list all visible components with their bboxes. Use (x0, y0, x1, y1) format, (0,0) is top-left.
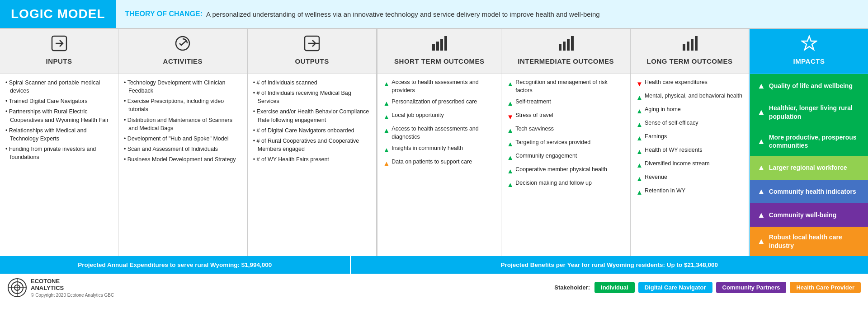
outcome-text: Data on patients to support care (392, 158, 472, 166)
outcome-text: Stress of travel (515, 112, 553, 120)
theory-label: THEORY OF CHANGE: (125, 10, 203, 18)
short-term-body: ▲ Access to health assessments and provi… (377, 74, 501, 256)
outcome-item: ▲ Mental, physical, and behavioral healt… (636, 92, 743, 102)
outcome-text: Insights in community health (392, 145, 463, 153)
arrow-up-icon: ▲ (636, 187, 643, 197)
outcome-text: Recognition and management of risk facto… (515, 79, 625, 94)
col-outputs: OUTPUTS # of Individuals scanned # of In… (248, 29, 377, 256)
inputs-title: INPUTS (46, 57, 72, 65)
logo-model: LOGIC MODEL (0, 0, 116, 28)
outcome-text: Tech savviness (515, 125, 554, 133)
outcome-text: Access to health assessments and provide… (392, 79, 495, 94)
outcome-text: Mental, physical, and behavioral health (645, 92, 742, 100)
outcome-text: Revenue (645, 173, 667, 182)
svg-rect-8 (440, 39, 443, 51)
activities-list: Technology Development with Clinician Fe… (124, 79, 242, 163)
arrow-up-icon: ▲ (757, 163, 765, 173)
svg-marker-18 (802, 36, 816, 50)
svg-rect-9 (444, 36, 447, 51)
footer-left: Projected Annual Expenditures to serve r… (0, 256, 351, 274)
outputs-list: # of Individuals scanned # of Individual… (253, 79, 371, 163)
arrow-up-icon: ▲ (507, 139, 514, 149)
activities-title: ACTIVITIES (163, 57, 203, 65)
outcome-item: ▲ Local job opportunity (383, 112, 495, 121)
arrow-up-icon: ▲ (507, 153, 514, 162)
outcome-item: ▲ Sense of self-efficacy (636, 119, 743, 129)
intermediate-header: INTERMEDIATE OUTCOMES (501, 29, 630, 74)
svg-rect-13 (571, 36, 574, 51)
long-term-title: LONG TERM OUTCOMES (647, 57, 733, 65)
impact-text: Robust local health care industry (769, 233, 861, 249)
long-term-body: ▼ Health care expenditures ▲ Mental, phy… (631, 74, 749, 256)
list-item: Funding from private investors and found… (5, 145, 113, 161)
arrow-up-icon: ▲ (636, 133, 643, 143)
outcome-text: Targeting of services provided (515, 139, 590, 147)
impacts-body: ▲ Quality of life and wellbeing ▲ Health… (750, 74, 868, 256)
arrow-up-icon: ▲ (757, 136, 765, 147)
activities-icon (175, 35, 191, 55)
impact-text: Healthier, longer living rural populatio… (769, 104, 861, 120)
theory-of-change: THEORY OF CHANGE: A personalized underst… (116, 0, 868, 28)
svg-rect-6 (432, 44, 435, 51)
outcome-item: ▼ Stress of travel (507, 112, 625, 121)
list-item: # of Individuals receiving Medical Bag S… (253, 89, 371, 105)
outcome-item: ▲ Access to health assessments and diagn… (383, 125, 495, 141)
arrow-up-icon: ▲ (757, 81, 765, 91)
stakeholder-badges: Individual Digital Care Navigator Commun… (594, 282, 861, 293)
badge-community-partners: Community Partners (716, 282, 787, 293)
bottom-bar: ECOTONE ANALYTICS © Copyright 2020 Ecoto… (0, 274, 868, 301)
outcome-text: Local job opportunity (392, 112, 443, 120)
impact-item-workforce: ▲ Larger regional workforce (750, 156, 868, 179)
outcome-text: Community engagement (515, 152, 577, 160)
header: LOGIC MODEL THEORY OF CHANGE: A personal… (0, 0, 868, 28)
list-item: Technology Development with Clinician Fe… (124, 79, 242, 95)
outcome-item: ▲ Health of WY residents (636, 146, 743, 156)
list-item: # of Individuals scanned (253, 79, 371, 87)
outputs-title: OUTPUTS (295, 57, 329, 65)
outcome-item: ▲ Diversified income stream (636, 160, 743, 170)
logic-model-title: LOGIC MODEL (11, 7, 105, 21)
inputs-list: Spiral Scanner and portable medical devi… (5, 79, 113, 161)
outcome-text: Sense of self-efficacy (645, 119, 698, 127)
impact-item-productive: ▲ More productive, prosperous communitie… (750, 127, 868, 156)
outcome-item: ▲ Self-treatment (507, 98, 625, 108)
arrow-up-icon: ▲ (636, 147, 643, 156)
impacts-icon (801, 35, 817, 55)
activities-body: Technology Development with Clinician Fe… (118, 74, 247, 256)
arrow-down-icon: ▼ (636, 79, 643, 89)
outcome-item: ▲ Aging in home (636, 106, 743, 116)
list-item: Spiral Scanner and portable medical devi… (5, 79, 113, 95)
list-item: # of Rural Cooperatives and Cooperative … (253, 137, 371, 153)
theory-text: A personalized understanding of wellness… (206, 10, 600, 18)
badge-individual: Individual (594, 282, 635, 293)
list-item: Exercise and/or Health Behavior Complian… (253, 107, 371, 124)
svg-rect-10 (559, 44, 561, 51)
impacts-title: IMPACTS (793, 57, 825, 65)
arrow-up-icon: ▲ (636, 93, 643, 102)
logo-area: ECOTONE ANALYTICS © Copyright 2020 Ecoto… (7, 278, 114, 298)
outputs-icon (304, 35, 320, 55)
short-term-icon (431, 35, 448, 55)
impact-text: Community health indicators (769, 187, 856, 196)
inputs-body: Spiral Scanner and portable medical devi… (0, 74, 118, 256)
list-item: Trained Digital Care Navigators (5, 97, 113, 105)
svg-rect-14 (683, 44, 685, 51)
inputs-header: INPUTS (0, 29, 118, 74)
impact-text: Quality of life and wellbeing (769, 82, 853, 90)
footer-row: Projected Annual Expenditures to serve r… (0, 256, 868, 274)
badge-health-care-provider: Health Care Provider (790, 282, 861, 293)
arrow-up-icon: ▲ (757, 236, 765, 247)
outcome-item: ▲ Personalization of prescribed care (383, 98, 495, 108)
list-item: # of Digital Care Navigators onboarded (253, 126, 371, 135)
arrow-up-icon: ▲ (636, 160, 643, 170)
svg-rect-15 (687, 42, 689, 51)
long-term-header: LONG TERM OUTCOMES (631, 29, 749, 74)
intermediate-icon (558, 35, 574, 55)
outcome-text: Diversified income stream (645, 160, 710, 168)
impact-item-healthcare: ▲ Robust local health care industry (750, 227, 868, 256)
short-term-title: SHORT TERM OUTCOMES (394, 57, 485, 65)
stakeholder-section: Stakeholder: Individual Digital Care Nav… (554, 282, 861, 293)
inputs-icon (51, 35, 67, 55)
svg-rect-12 (567, 39, 570, 51)
impact-text: Community well-being (769, 211, 836, 219)
